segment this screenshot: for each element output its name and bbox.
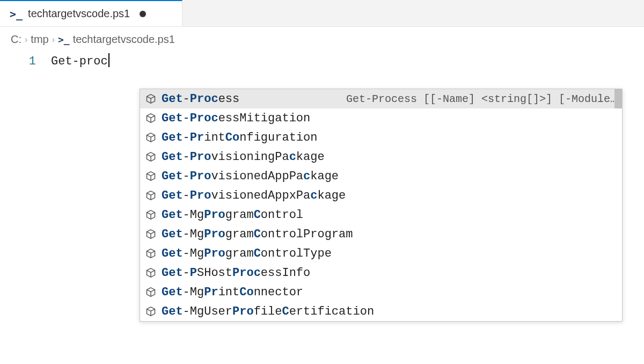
suggestion-label: Get-MgProgramControl	[162, 208, 303, 222]
method-icon	[145, 93, 156, 104]
powershell-icon: >_	[10, 8, 23, 20]
suggestion-label: Get-ProvisionedAppPackage	[162, 170, 339, 183]
suggestion-item[interactable]: Get-MgProgramControl	[140, 205, 622, 224]
editor-tab[interactable]: >_ techtargetvscode.ps1	[0, 0, 182, 26]
breadcrumb[interactable]: C: › tmp › >_ techtargetvscode.ps1	[0, 27, 644, 50]
suggestion-item[interactable]: Get-MgUserProfileCertification	[140, 302, 622, 321]
editor-area[interactable]: 1 Get-proc	[0, 50, 644, 70]
suggestion-item[interactable]: Get-ProcessGet-Process [[-Name] <string[…	[140, 89, 622, 108]
suggestion-item[interactable]: Get-MgProgramControlType	[140, 244, 622, 263]
suggestion-label: Get-Process	[162, 92, 239, 106]
suggestion-item[interactable]: Get-ProcessMitigation	[140, 108, 622, 128]
suggestion-label: Get-MgPrintConnector	[162, 286, 303, 299]
chevron-right-icon: ›	[25, 35, 27, 45]
suggestion-item[interactable]: Get-PSHostProcessInfo	[140, 263, 622, 282]
breadcrumb-filename[interactable]: techtargetvscode.ps1	[73, 33, 175, 46]
code-line[interactable]: Get-proc	[51, 53, 109, 70]
method-icon	[145, 151, 156, 162]
method-icon	[145, 248, 156, 259]
tab-filename: techtargetvscode.ps1	[28, 8, 130, 20]
suggestion-label: Get-ProcessMitigation	[162, 112, 310, 125]
typed-code: Get-proc	[51, 55, 108, 68]
suggestion-label: Get-MgProgramControlProgram	[162, 228, 353, 241]
suggestion-label: Get-MgProgramControlType	[162, 247, 332, 260]
intellisense-suggest-widget[interactable]: Get-ProcessGet-Process [[-Name] <string[…	[140, 89, 623, 322]
tab-bar: >_ techtargetvscode.ps1	[0, 0, 644, 27]
scrollbar-thumb[interactable]	[614, 89, 622, 108]
suggestion-label: Get-PrintConfiguration	[162, 131, 317, 144]
suggestion-detail: Get-Process [[-Name] <string[]>] [-Modul…	[333, 93, 617, 105]
suggestion-label: Get-PSHostProcessInfo	[162, 266, 310, 280]
method-icon	[145, 171, 156, 181]
line-number: 1	[0, 53, 36, 70]
method-icon	[145, 132, 156, 143]
method-icon	[145, 209, 156, 220]
suggestion-item[interactable]: Get-ProvisionedAppxPackage	[140, 186, 622, 205]
suggestion-label: Get-MgUserProfileCertification	[162, 305, 374, 318]
chevron-right-icon: ›	[52, 35, 55, 45]
method-icon	[145, 267, 156, 278]
text-cursor	[108, 53, 109, 67]
line-number-gutter: 1	[0, 53, 51, 70]
suggestion-item[interactable]: Get-MgPrintConnector	[140, 282, 622, 302]
suggestion-item[interactable]: Get-PrintConfiguration	[140, 128, 622, 147]
suggestion-item[interactable]: Get-ProvisioningPackage	[140, 147, 622, 166]
suggestion-label: Get-ProvisionedAppxPackage	[162, 189, 346, 202]
method-icon	[145, 190, 156, 201]
method-icon	[145, 287, 156, 297]
suggestion-label: Get-ProvisioningPackage	[162, 150, 325, 164]
method-icon	[145, 113, 156, 123]
suggestion-item[interactable]: Get-ProvisionedAppPackage	[140, 166, 622, 186]
suggestion-item[interactable]: Get-MgProgramControlProgram	[140, 224, 622, 244]
method-icon	[145, 306, 156, 317]
method-icon	[145, 229, 156, 239]
breadcrumb-segment[interactable]: tmp	[31, 33, 48, 46]
unsaved-indicator-icon	[140, 11, 146, 17]
breadcrumb-segment[interactable]: C:	[11, 33, 21, 46]
powershell-icon: >_	[58, 34, 70, 45]
